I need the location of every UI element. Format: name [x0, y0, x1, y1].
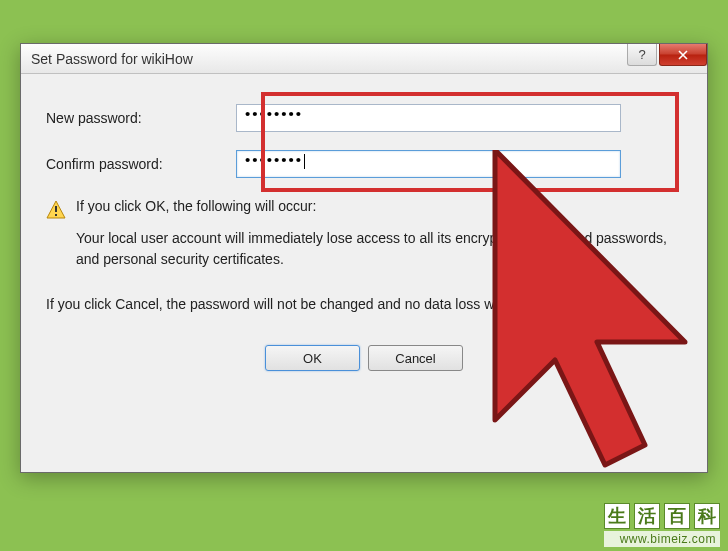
brand-char-1: 活 — [634, 503, 660, 529]
svg-rect-0 — [55, 206, 57, 212]
svg-rect-1 — [55, 214, 57, 216]
warning-cancel-info: If you click Cancel, the password will n… — [46, 294, 682, 315]
password-dialog: Set Password for wikiHow ? New password:… — [20, 43, 708, 473]
ok-button-label: OK — [303, 351, 322, 366]
new-password-row: New password: •••••••• — [46, 104, 682, 132]
watermark: 生 活 百 科 www.bimeiz.com — [604, 503, 720, 547]
new-password-label: New password: — [46, 110, 236, 126]
cancel-button-label: Cancel — [395, 351, 435, 366]
brand-char-3: 科 — [694, 503, 720, 529]
confirm-password-value: •••••••• — [245, 151, 303, 168]
dialog-body: New password: •••••••• Confirm password:… — [21, 74, 707, 391]
text-cursor — [304, 154, 305, 169]
titlebar[interactable]: Set Password for wikiHow ? — [21, 44, 707, 74]
password-fields-area: New password: •••••••• Confirm password:… — [46, 94, 682, 178]
button-bar: OK Cancel — [46, 345, 682, 371]
close-button[interactable] — [659, 44, 707, 66]
help-button[interactable]: ? — [627, 44, 657, 66]
cancel-button[interactable]: Cancel — [368, 345, 463, 371]
warning-heading: If you click OK, the following will occu… — [76, 198, 682, 214]
confirm-password-row: Confirm password: •••••••• — [46, 150, 682, 178]
warning-section: If you click OK, the following will occu… — [46, 198, 682, 315]
titlebar-buttons: ? — [627, 44, 707, 66]
help-icon: ? — [638, 47, 645, 62]
warning-icon — [46, 200, 66, 220]
confirm-password-label: Confirm password: — [46, 156, 236, 172]
ok-button[interactable]: OK — [265, 345, 360, 371]
warning-detail: Your local user account will immediately… — [76, 228, 682, 270]
brand-char-2: 百 — [664, 503, 690, 529]
watermark-brand: 生 活 百 科 — [604, 503, 720, 529]
brand-char-0: 生 — [604, 503, 630, 529]
new-password-value: •••••••• — [245, 105, 303, 122]
watermark-url: www.bimeiz.com — [604, 531, 720, 547]
new-password-input[interactable]: •••••••• — [236, 104, 621, 132]
dialog-title: Set Password for wikiHow — [31, 51, 193, 67]
confirm-password-input[interactable]: •••••••• — [236, 150, 621, 178]
close-icon — [678, 50, 688, 60]
